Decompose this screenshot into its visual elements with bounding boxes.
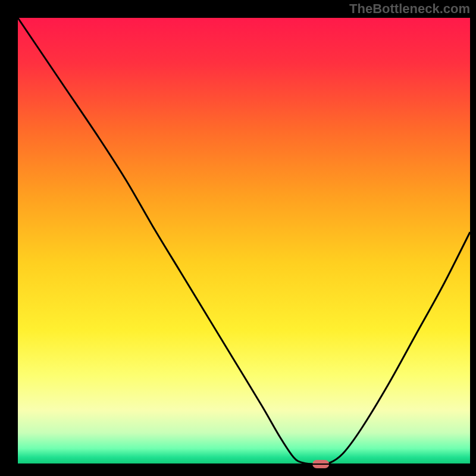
chart-container: { "watermark": "TheBottleneck.com", "cha… [0, 0, 476, 476]
watermark-text: TheBottleneck.com [349, 1, 470, 17]
bottleneck-chart [0, 0, 476, 476]
plot-background [18, 18, 470, 464]
